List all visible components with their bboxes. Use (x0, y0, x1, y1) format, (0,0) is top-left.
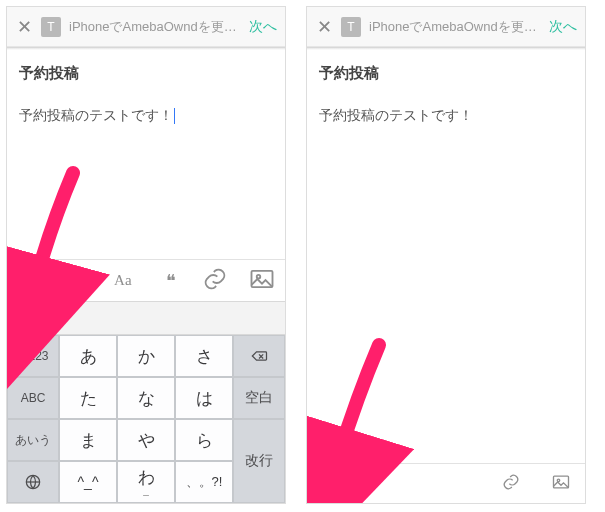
post-heading: 予約投稿 (19, 64, 273, 83)
key-ta[interactable]: た (59, 377, 117, 419)
text-cursor (174, 108, 175, 124)
key-ra[interactable]: ら (175, 419, 233, 461)
key-num[interactable]: ☆123 (7, 335, 59, 377)
title-type-icon: T (341, 17, 361, 37)
key-na[interactable]: な (117, 377, 175, 419)
svg-point-8 (329, 480, 334, 485)
post-body-text: 予約投稿のテストです！ (19, 107, 173, 125)
key-ha[interactable]: は (175, 377, 233, 419)
post-heading: 予約投稿 (319, 64, 573, 83)
suggestion-bar[interactable] (7, 301, 285, 335)
next-button[interactable]: 次へ (249, 18, 277, 36)
key-a[interactable]: あ (59, 335, 117, 377)
key-kana[interactable]: あいう (7, 419, 59, 461)
topbar: ✕ T iPhoneでAmebaOwndを更… 次へ (7, 7, 285, 47)
close-icon[interactable]: ✕ (15, 16, 33, 38)
editor-content[interactable]: 予約投稿 予約投稿のテストです！ (307, 50, 585, 139)
image-icon[interactable] (248, 265, 276, 296)
key-abc[interactable]: ABC (7, 377, 59, 419)
post-body[interactable]: 予約投稿のテストです！ (319, 107, 573, 125)
key-wa[interactable]: わ _ (117, 461, 175, 503)
key-ka[interactable]: か (117, 335, 175, 377)
link-icon[interactable] (201, 265, 229, 296)
link-icon[interactable] (501, 472, 521, 495)
quote-icon[interactable]: ❝ (155, 270, 183, 292)
jp-keyboard: ☆123 あ か さ ABC た な は 空白 あいう ま や ら 改行 ^_^… (7, 335, 285, 503)
topbar: ✕ T iPhoneでAmebaOwndを更… 次へ (307, 7, 585, 47)
key-sa[interactable]: さ (175, 335, 233, 377)
image-icon[interactable] (551, 472, 571, 495)
editor-gap (307, 139, 585, 463)
page-title: iPhoneでAmebaOwndを更… (369, 18, 541, 36)
close-icon[interactable]: ✕ (315, 16, 333, 38)
key-globe[interactable] (7, 461, 59, 503)
key-wa-main: わ (138, 469, 155, 486)
key-return[interactable]: 改行 (233, 419, 285, 503)
page-title: iPhoneでAmebaOwndを更… (69, 18, 241, 36)
bottom-toolbar (307, 463, 585, 503)
edit-toolbar: Aa ❝ (7, 259, 285, 301)
post-body-text: 予約投稿のテストです！ (319, 107, 473, 125)
next-button[interactable]: 次へ (549, 18, 577, 36)
key-punct[interactable]: 、。?! (175, 461, 233, 503)
key-wa-sub: _ (143, 486, 149, 496)
key-emoji[interactable]: ^_^ (59, 461, 117, 503)
font-icon[interactable]: Aa (109, 272, 137, 289)
post-body[interactable]: 予約投稿のテストです！ (19, 107, 273, 125)
editor-gap (7, 139, 285, 259)
phone-left: ✕ T iPhoneでAmebaOwndを更… 次へ 予約投稿 予約投稿のテスト… (6, 6, 286, 504)
phone-right: ✕ T iPhoneでAmebaOwndを更… 次へ 予約投稿 予約投稿のテスト… (306, 6, 586, 504)
key-backspace[interactable] (233, 335, 285, 377)
editor-content[interactable]: 予約投稿 予約投稿のテストです！ (7, 50, 285, 139)
chevron-down-icon[interactable] (16, 265, 44, 296)
key-ma[interactable]: ま (59, 419, 117, 461)
key-ya[interactable]: や (117, 419, 175, 461)
title-type-icon: T (41, 17, 61, 37)
align-icon[interactable] (62, 265, 90, 296)
gear-icon[interactable] (321, 472, 341, 495)
key-space[interactable]: 空白 (233, 377, 285, 419)
